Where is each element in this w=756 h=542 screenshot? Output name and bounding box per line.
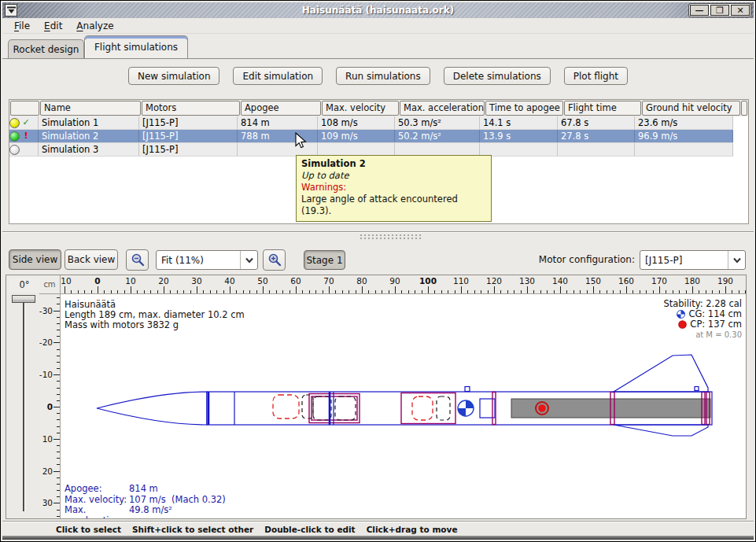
ruler-tick bbox=[256, 290, 257, 293]
ruler-tick bbox=[269, 290, 270, 293]
stability-info: Stability: 2.28 cal CG: 114 cm CP: 137 c… bbox=[663, 299, 742, 340]
simulation-toolbar: New simulationEdit simulationRun simulat… bbox=[2, 67, 754, 86]
ruler-label: 130 bbox=[519, 276, 535, 286]
motor-configuration-select[interactable]: [J115-P] bbox=[640, 250, 746, 270]
ruler-tick bbox=[368, 290, 369, 293]
ruler-tick bbox=[646, 290, 647, 293]
stage-1-toggle[interactable]: Stage 1 bbox=[304, 250, 345, 270]
ruler-tick bbox=[441, 290, 442, 293]
zoom-level-select[interactable]: Fit (11%) bbox=[156, 250, 258, 270]
ruler-tick bbox=[666, 290, 666, 293]
minimize-button[interactable]: — bbox=[690, 5, 709, 16]
ruler-tick bbox=[111, 290, 112, 293]
result-label: Max. acceleration: bbox=[65, 505, 129, 518]
table-cell bbox=[395, 143, 480, 156]
table-row[interactable]: !Simulation 2[J115-P]788 m109 m/s50.2 m/… bbox=[9, 130, 733, 143]
ruler-tick bbox=[243, 290, 244, 293]
ruler-label: 20 bbox=[158, 276, 168, 286]
rotation-angle-label: 0° bbox=[9, 278, 39, 292]
ruler-tick bbox=[599, 290, 600, 293]
close-button[interactable]: ✕ bbox=[731, 5, 750, 16]
ruler-tick bbox=[53, 311, 60, 312]
ruler-tick bbox=[249, 290, 250, 293]
plot-flight-button[interactable]: Plot flight bbox=[564, 67, 628, 85]
side-view-button[interactable]: Side view bbox=[9, 249, 61, 270]
rocket-mass: Mass with motors 3832 g bbox=[65, 320, 245, 330]
ruler-tick bbox=[57, 323, 60, 324]
result-row: Max. velocity:107 m/s (Mach 0.32) bbox=[65, 495, 226, 506]
cp-value: CP: 137 cm bbox=[690, 319, 742, 330]
ruler-tick bbox=[124, 290, 125, 293]
table-cell: 67.8 s bbox=[558, 116, 635, 129]
horizontal-splitter[interactable] bbox=[2, 231, 754, 240]
ruler-tick bbox=[527, 286, 528, 293]
ruler-label: 120 bbox=[486, 276, 502, 286]
run-simulations-button[interactable]: Run simulations bbox=[336, 67, 430, 85]
ruler-tick bbox=[706, 290, 706, 293]
ruler-label: 40 bbox=[224, 276, 234, 286]
ruler-tick bbox=[57, 400, 60, 401]
column-header-name[interactable]: Name bbox=[40, 101, 141, 116]
menu-item-file[interactable]: File bbox=[7, 19, 37, 33]
ruler-tick bbox=[540, 290, 541, 293]
ruler-tick bbox=[57, 336, 60, 337]
ruler-label: 0 bbox=[47, 402, 53, 411]
column-header-max-acceleration[interactable]: Max. acceleration bbox=[400, 101, 485, 116]
tooltip-warning-text: Large angle of attack encountered (19.3)… bbox=[301, 194, 486, 217]
yellow-status-icon bbox=[9, 118, 20, 128]
delete-simulations-button[interactable]: Delete simulations bbox=[444, 67, 551, 85]
ruler-tick bbox=[57, 368, 60, 369]
ruler-tick bbox=[144, 290, 145, 293]
status-bar: Click to selectShift+click to select oth… bbox=[2, 521, 754, 537]
tab-rocket-design[interactable]: Rocket design bbox=[8, 39, 84, 58]
rocket-canvas[interactable]: Haisunäätä Length 189 cm, max. diameter … bbox=[61, 294, 746, 518]
ruler-tick bbox=[712, 290, 713, 293]
table-cell: Simulation 1 bbox=[39, 116, 139, 129]
table-cell bbox=[558, 143, 635, 156]
rotation-slider-track[interactable] bbox=[23, 302, 24, 511]
ruler-tick bbox=[150, 290, 151, 293]
tab-flight-simulations[interactable]: Flight simulations bbox=[84, 35, 188, 58]
ruler-tick bbox=[57, 413, 60, 414]
maximize-button[interactable]: ❐ bbox=[710, 5, 729, 16]
column-header-ground-hit-velocity[interactable]: Ground hit velocity bbox=[642, 101, 740, 116]
column-header-status[interactable] bbox=[10, 101, 39, 116]
ruler-tick bbox=[57, 452, 60, 452]
ruler-tick bbox=[57, 458, 60, 459]
ruler-tick bbox=[653, 290, 654, 293]
ruler-tick bbox=[514, 290, 514, 293]
zoom-in-button[interactable] bbox=[263, 249, 286, 271]
new-simulation-button[interactable]: New simulation bbox=[128, 67, 220, 85]
ruler-tick bbox=[289, 290, 290, 293]
column-header-max-velocity[interactable]: Max. velocity bbox=[322, 101, 399, 116]
ruler-label: -20 bbox=[39, 337, 53, 347]
rotation-slider-handle[interactable] bbox=[12, 295, 35, 303]
ruler-tick bbox=[428, 286, 429, 293]
status-hint-double-click-to-edit: Double-click to edit bbox=[264, 525, 355, 534]
ruler-tick bbox=[401, 290, 402, 293]
column-header-time-to-apogee[interactable]: Time to apogee bbox=[485, 101, 563, 116]
column-header-flight-time[interactable]: Flight time bbox=[564, 101, 641, 116]
result-value: 814 m bbox=[129, 484, 158, 495]
ruler-tick bbox=[632, 290, 633, 293]
simulation-tooltip: Simulation 2 Up to date Warnings: Large … bbox=[296, 155, 492, 222]
ruler-tick bbox=[679, 290, 680, 293]
result-row: Apogee:814 m bbox=[65, 484, 226, 495]
ruler-tick bbox=[739, 290, 739, 293]
ruler-label: 50 bbox=[257, 276, 267, 286]
table-cell: 96.9 m/s bbox=[635, 130, 733, 142]
table-row[interactable]: ✓Simulation 1[J115-P]814 m108 m/s50.3 m/… bbox=[9, 116, 733, 130]
edit-simulation-button[interactable]: Edit simulation bbox=[233, 67, 323, 85]
green-status-icon bbox=[9, 131, 20, 142]
status-hint-shift-click-to-select-other: Shift+click to select other bbox=[132, 525, 253, 534]
ruler-label: 10 bbox=[125, 276, 135, 286]
back-view-button[interactable]: Back view bbox=[65, 249, 118, 270]
ruler-tick bbox=[461, 286, 462, 293]
menu-item-analyze[interactable]: Analyze bbox=[69, 19, 120, 33]
column-header-motors[interactable]: Motors bbox=[142, 101, 240, 116]
column-header-apogee[interactable]: Apogee bbox=[241, 101, 321, 116]
ruler-label: 70 bbox=[323, 276, 334, 286]
zoom-out-button[interactable] bbox=[126, 249, 149, 271]
menu-item-edit[interactable]: Edit bbox=[37, 19, 69, 33]
tooltip-warnings-label: Warnings: bbox=[301, 182, 486, 194]
